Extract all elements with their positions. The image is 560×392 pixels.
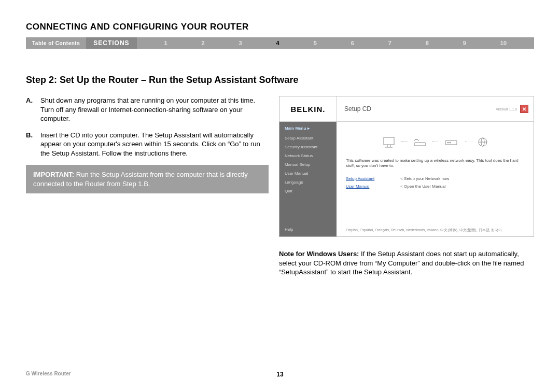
cd-link-desc-setup: < Setup your Network now [400,176,449,181]
cd-link-desc-manual: < Open the User Manual [400,184,449,189]
belkin-logo: BELKIN. [279,105,337,114]
instruction-a: A. Shut down any programs that are runni… [26,96,269,123]
important-label: IMPORTANT: [33,171,74,178]
setup-cd-screenshot: BELKIN. Setup CD Version 1.1.9 ✕ Main Me… [279,96,534,237]
close-icon[interactable]: ✕ [520,105,528,113]
nav-sections-label: SECTIONS [86,37,136,49]
svg-rect-4 [414,143,426,146]
cd-side-manual-setup[interactable]: Manual Setup [279,160,337,169]
cd-link-setup-assistant[interactable]: Setup Assistant [346,176,374,181]
cd-side-quit[interactable]: Quit [279,187,337,195]
monitor-icon [382,136,396,148]
step-title: Step 2: Set Up the Router – Run the Setu… [26,75,534,86]
cd-description: This software was created to make settin… [346,158,524,169]
router-icon [413,137,427,147]
cd-languages: English, Español, Français, Deutsch, Ned… [346,222,524,233]
cd-side-setup-assistant[interactable]: Setup Assistant [279,134,337,143]
cd-side-network-status[interactable]: Network Status [279,151,337,160]
network-diagram-icon [346,129,524,155]
svg-rect-5 [445,141,457,145]
cd-title: Setup CD [337,96,496,121]
cd-side-security-assistant[interactable]: Security Assistant [279,143,337,151]
nav-link-8[interactable]: 8 [426,40,429,46]
nav-link-4[interactable]: 4 [276,40,279,46]
nav-link-10[interactable]: 10 [500,40,507,46]
nav-link-6[interactable]: 6 [351,40,354,46]
instruction-a-text: Shut down any programs that are running … [40,96,269,123]
cd-side-main-menu[interactable]: Main Menu ▸ [279,122,337,134]
instruction-b-text: Insert the CD into your computer. The Se… [40,131,269,158]
cd-link-user-manual[interactable]: User Manual [346,184,369,189]
instruction-b: B. Insert the CD into your computer. The… [26,131,269,158]
nav-link-5[interactable]: 5 [314,40,317,46]
windows-note: Note for Windows Users: If the Setup Ass… [279,249,534,277]
instruction-b-label: B. [26,131,40,158]
nav-link-3[interactable]: 3 [239,40,242,46]
nav-link-1[interactable]: 1 [164,40,167,46]
section-header: CONNECTING AND CONFIGURING YOUR ROUTER [26,22,534,32]
nav-link-9[interactable]: 9 [463,40,466,46]
windows-note-label: Note for Windows Users: [279,250,359,258]
nav-bar: Table of Contents SECTIONS 1 2 3 4 5 6 7… [26,37,534,49]
svg-rect-0 [384,137,394,145]
cd-version: Version 1.1.9 [496,107,517,111]
globe-icon [478,137,488,147]
cd-sidebar: Main Menu ▸ Setup Assistant Security Ass… [279,122,337,237]
important-note: IMPORTANT: Run the Setup Assistant from … [26,165,269,193]
nav-section-links: 1 2 3 4 5 6 7 8 9 10 [137,40,534,46]
cd-side-user-manual[interactable]: User Manual [279,169,337,178]
page-footer: G Wireless Router 13 [26,371,534,376]
modem-icon [444,137,460,147]
svg-point-7 [450,142,451,143]
cd-side-language[interactable]: Language [279,178,337,187]
footer-page-number: 13 [276,371,283,378]
nav-link-7[interactable]: 7 [388,40,391,46]
svg-point-6 [447,142,449,143]
instruction-a-label: A. [26,96,40,123]
cd-side-help[interactable]: Help [279,223,337,237]
nav-link-2[interactable]: 2 [202,40,205,46]
nav-toc-link[interactable]: Table of Contents [26,40,86,46]
